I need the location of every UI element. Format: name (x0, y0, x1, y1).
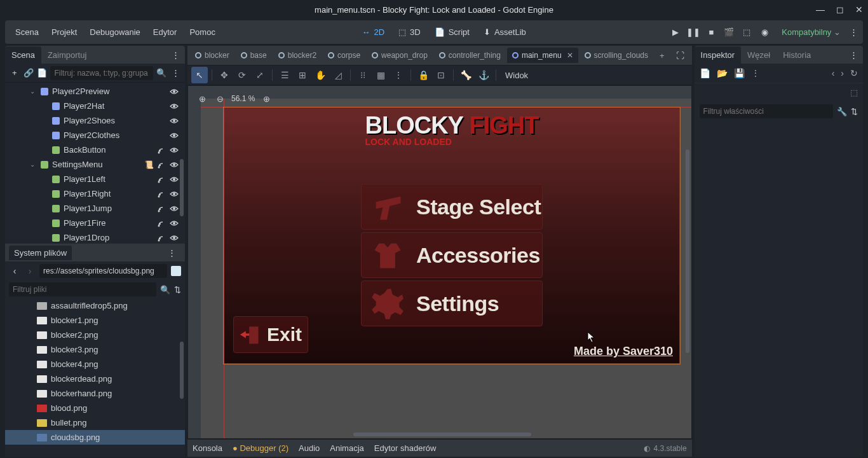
renderer-select[interactable]: Kompatybilny ⌄ (776, 25, 846, 39)
visibility-icon[interactable] (170, 175, 179, 184)
visibility-icon[interactable] (170, 190, 179, 198)
visibility-icon[interactable] (170, 204, 179, 213)
tab-inspector[interactable]: Inspektor (695, 46, 741, 64)
menu-scena[interactable]: Scena (10, 25, 44, 39)
insp-hist-icon[interactable]: ↻ (850, 68, 858, 78)
tab-animacja[interactable]: Animacja (330, 443, 363, 453)
insp-opts-icon[interactable]: ⋮ (751, 68, 760, 78)
signal-icon[interactable] (157, 160, 166, 169)
tree-row[interactable]: BackButton (5, 142, 185, 157)
tree-row[interactable]: Player2Shoes (5, 113, 185, 128)
scene-tab[interactable]: main_menu✕ (507, 48, 578, 63)
scene-tree[interactable]: ⌄Player2PreviewPlayer2HatPlayer2ShoesPla… (5, 83, 185, 244)
file-row[interactable]: bullet.png (5, 415, 185, 430)
visibility-icon[interactable] (170, 219, 179, 228)
group-icon[interactable]: ⊡ (433, 67, 449, 83)
visibility-icon[interactable] (170, 102, 179, 111)
menu-pomoc[interactable]: Pomoc (184, 25, 220, 39)
visibility-icon[interactable] (170, 131, 179, 140)
insp-load-icon[interactable]: 📂 (717, 68, 728, 78)
tree-row[interactable]: Player1Jump (5, 201, 185, 216)
tab-debugger[interactable]: ● Debugger (2) (233, 443, 288, 453)
grid-snap-icon[interactable]: ▦ (372, 67, 389, 83)
fs-sort-icon[interactable]: ⇅ (174, 285, 181, 295)
insp-obj-extra-icon[interactable]: ⬚ (850, 88, 858, 97)
fs-path-input[interactable] (39, 264, 167, 278)
scene-more-icon[interactable]: ⋮ (170, 66, 181, 80)
dock-more-icon[interactable]: ⋮ (166, 50, 185, 60)
insp-filter-sort-icon[interactable]: ⇅ (851, 107, 858, 116)
visibility-icon[interactable] (170, 146, 179, 155)
tree-row[interactable]: Player2Hat (5, 99, 185, 113)
file-row[interactable]: assaultrifledrop5.png (5, 298, 185, 313)
list-tool-icon[interactable]: ☰ (276, 67, 293, 83)
tree-row[interactable]: Player2Clothes (5, 128, 185, 142)
visibility-icon[interactable] (170, 160, 179, 169)
zoom-out-icon[interactable]: ⊖ (214, 92, 226, 105)
pause-button[interactable]: ❚❚ (685, 24, 702, 41)
scene-tab[interactable]: controller_thing (434, 48, 506, 63)
tab-import[interactable]: Zaimportuj (41, 46, 93, 64)
menu-edytor[interactable]: Edytor (148, 25, 182, 39)
signal-icon[interactable] (157, 219, 166, 228)
fs-back-icon[interactable]: ‹ (9, 266, 20, 276)
anchor-icon[interactable]: ⚓ (475, 67, 492, 83)
fs-search-icon[interactable]: 🔍 (160, 285, 170, 295)
viewport[interactable]: ⊕ ⊖ 56.1 % ⊕ BLOCKY FIGHT LOCK AND LOADE… (187, 85, 692, 439)
file-row[interactable]: blocker2.png (5, 328, 185, 342)
scene-tab[interactable]: weapon_drop (367, 48, 433, 63)
move-tool-icon[interactable]: ✥ (216, 67, 233, 83)
tab-scena[interactable]: Scena (5, 46, 41, 64)
menu-debug[interactable]: Debugowanie (85, 25, 146, 39)
scene-tab[interactable]: scrolling_clouds (580, 48, 653, 63)
file-row[interactable]: blockerhand.png (5, 386, 185, 401)
minimize-icon[interactable]: — (816, 4, 825, 15)
distraction-free-icon[interactable]: ⛶ (671, 48, 689, 63)
file-row[interactable]: blocker3.png (5, 342, 185, 357)
visibility-icon[interactable] (170, 87, 179, 96)
insp-new-icon[interactable]: 📄 (700, 68, 710, 78)
search-icon[interactable]: 🔍 (156, 66, 167, 80)
signal-icon[interactable] (157, 190, 166, 198)
exit-button[interactable]: Exit (233, 316, 308, 353)
scene-tab[interactable]: base (236, 48, 272, 63)
mode-assetlib[interactable]: ⬇ AssetLib (477, 24, 532, 41)
file-row[interactable]: cloudsbg.png (5, 430, 185, 445)
menu-more-icon[interactable]: ⋮ (850, 27, 858, 37)
link-node-icon[interactable]: 🔗 (23, 66, 34, 80)
scene-tab[interactable]: blocker (190, 48, 234, 63)
movie-button[interactable]: ◉ (756, 24, 773, 41)
insp-filter-tools-icon[interactable]: 🔧 (837, 107, 847, 116)
view-menu[interactable]: Widok (500, 68, 533, 83)
insp-fwd-icon[interactable]: › (841, 68, 844, 78)
visibility-icon[interactable] (170, 116, 179, 125)
script-icon[interactable]: 📜 (144, 160, 153, 169)
fs-fwd-icon[interactable]: › (24, 266, 36, 276)
inspector-object-row[interactable]: ⬚ (695, 83, 863, 102)
tree-row[interactable]: ⌄Player2Preview (5, 84, 185, 99)
tree-row[interactable]: Player1Fire (5, 216, 185, 230)
file-row[interactable]: blocker1.png (5, 313, 185, 328)
ruler-tool-icon[interactable]: ◿ (330, 67, 346, 83)
scene-tab[interactable]: corpse (323, 48, 365, 63)
snap-options-icon[interactable]: ⋮ (390, 67, 407, 83)
zoom-value[interactable]: 56.1 % (231, 94, 255, 103)
insp-save-icon[interactable]: 💾 (734, 68, 745, 78)
zoom-center-icon[interactable]: ⊕ (196, 92, 208, 105)
insp-back-icon[interactable]: ‹ (832, 68, 835, 78)
filesystem-title[interactable]: System plików (9, 246, 72, 260)
stop-button[interactable]: ■ (703, 24, 719, 41)
settings-button[interactable]: Settings (361, 281, 543, 326)
accessories-button[interactable]: Accessories (361, 232, 543, 278)
signal-icon[interactable] (157, 146, 166, 155)
tree-row[interactable]: Player1Drop (5, 230, 185, 244)
snap-icon[interactable]: ⁝⁝ (355, 67, 371, 83)
zoom-in-icon[interactable]: ⊕ (260, 92, 273, 105)
mode-3d[interactable]: ⬚ 3D (392, 24, 427, 41)
pan-tool-icon[interactable]: ✋ (312, 67, 329, 83)
mode-2d[interactable]: ↔ 2D (355, 24, 391, 41)
rotate-tool-icon[interactable]: ⟳ (234, 67, 250, 83)
scale-tool-icon[interactable]: ⤢ (252, 67, 268, 83)
tab-shader[interactable]: Edytor shaderów (374, 443, 437, 453)
play-button[interactable]: ▶ (667, 24, 684, 41)
